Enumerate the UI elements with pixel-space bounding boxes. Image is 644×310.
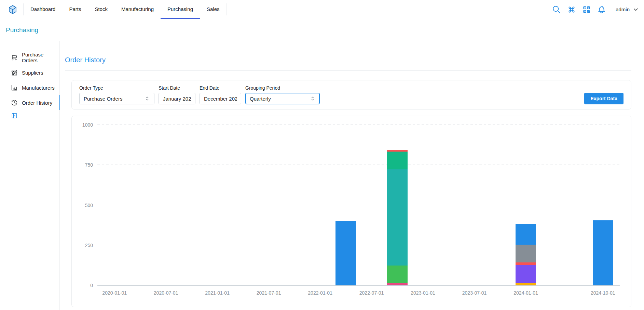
header-actions: admin — [552, 0, 639, 19]
sidebar-item-order-history[interactable]: Order History — [0, 95, 60, 110]
y-axis-tick-label: 0 — [90, 283, 93, 288]
qrcode-icon[interactable] — [582, 5, 591, 14]
top-navbar: DashboardPartsStockManufacturingPurchasi… — [0, 0, 644, 19]
bar-segment[interactable] — [593, 220, 613, 285]
bar-segment[interactable] — [387, 266, 408, 283]
start-date-filter: Start Date — [159, 85, 195, 104]
y-axis-tick-label: 250 — [85, 243, 93, 248]
nav-tab-dashboard[interactable]: Dashboard — [24, 0, 62, 19]
bar-segment[interactable] — [387, 169, 408, 266]
order-type-select[interactable]: Purchase Orders — [79, 93, 154, 104]
end-date-label: End Date — [200, 85, 241, 91]
bar-segment[interactable] — [516, 283, 536, 285]
order-type-filter: Order Type Purchase Orders — [79, 85, 154, 104]
shopping-cart-icon — [11, 54, 18, 61]
sidebar-item-suppliers[interactable]: Suppliers — [0, 65, 60, 80]
bar-segment[interactable] — [516, 262, 536, 265]
nav-tab-stock[interactable]: Stock — [88, 0, 114, 19]
sidebar-item-purchase-orders[interactable]: Purchase Orders — [0, 50, 60, 65]
bar-segment[interactable] — [387, 283, 408, 285]
gridline — [97, 125, 620, 125]
start-date-label: Start Date — [159, 85, 195, 91]
nav-tab-parts[interactable]: Parts — [62, 0, 88, 19]
bar-segment[interactable] — [387, 152, 408, 169]
grouping-period-select[interactable]: Quarterly — [245, 93, 320, 104]
start-date-input[interactable] — [159, 93, 195, 104]
user-menu[interactable]: admin — [616, 6, 639, 13]
x-axis-tick-label: 2023-01-01 — [411, 290, 435, 296]
nav-tab-manufacturing[interactable]: Manufacturing — [114, 0, 161, 19]
bar-segment[interactable] — [387, 150, 408, 152]
sidebar-collapse-icon[interactable] — [11, 112, 18, 119]
sidebar-item-label: Manufacturers — [22, 85, 55, 91]
y-axis-tick-label: 500 — [85, 203, 93, 208]
sidebar-item-label: Order History — [22, 100, 52, 106]
x-axis-tick-label: 2022-01-01 — [308, 290, 332, 296]
end-date-filter: End Date — [200, 85, 241, 104]
end-date-input[interactable] — [200, 93, 241, 104]
sidebar-item-label: Suppliers — [22, 70, 43, 76]
username: admin — [616, 7, 630, 12]
sidebar: Purchase OrdersSuppliersManufacturersOrd… — [0, 41, 60, 310]
sidebar-items: Purchase OrdersSuppliersManufacturersOrd… — [0, 50, 59, 110]
title-divider — [65, 70, 631, 70]
bar-segment[interactable] — [516, 265, 536, 283]
chart-bars-icon — [11, 84, 18, 91]
app-logo-icon[interactable] — [8, 4, 18, 15]
x-axis-tick-label: 2022-07-01 — [359, 290, 384, 296]
main-content: Order History Order Type Purchase Orders… — [60, 41, 644, 310]
nav-divider-right — [227, 3, 227, 15]
y-axis-tick-label: 1000 — [82, 122, 93, 128]
x-axis-tick-label: 2020-07-01 — [154, 290, 178, 296]
history-icon — [11, 99, 18, 106]
x-axis-tick-label: 2021-07-01 — [257, 290, 281, 296]
grouping-period-label: Grouping Period — [245, 85, 320, 91]
order-history-chart: 025050075010002020-01-012020-07-012021-0… — [97, 125, 620, 286]
building-store-icon — [11, 69, 18, 76]
order-history-chart-card: 025050075010002020-01-012020-07-012021-0… — [71, 116, 631, 307]
grouping-period-value: Quarterly — [250, 96, 271, 102]
x-axis-tick-label: 2020-01-01 — [102, 290, 127, 296]
bell-icon[interactable] — [597, 5, 606, 14]
gridline — [97, 245, 620, 245]
page-title: Order History — [65, 56, 631, 64]
gridline — [97, 165, 620, 165]
bar-segment[interactable] — [516, 245, 536, 262]
selector-icon — [145, 96, 150, 101]
nav-tab-purchasing[interactable]: Purchasing — [161, 0, 200, 19]
breadcrumb-bar: Purchasing — [0, 19, 644, 41]
grouping-period-filter: Grouping Period Quarterly — [245, 85, 320, 104]
x-axis-tick-label: 2023-07-01 — [462, 290, 487, 296]
selector-icon — [310, 96, 315, 101]
bar-segment[interactable] — [516, 224, 536, 245]
order-type-label: Order Type — [79, 85, 154, 91]
bar-segment[interactable] — [335, 221, 356, 285]
x-axis-tick-label: 2021-01-01 — [205, 290, 230, 296]
chevron-down-icon — [632, 6, 639, 13]
sidebar-item-manufacturers[interactable]: Manufacturers — [0, 80, 60, 95]
export-data-button[interactable]: Export Data — [584, 93, 624, 104]
main-nav: DashboardPartsStockManufacturingPurchasi… — [24, 0, 227, 19]
sidebar-item-label: Purchase Orders — [22, 52, 59, 63]
gridline — [97, 205, 620, 205]
page-body: Purchase OrdersSuppliersManufacturersOrd… — [0, 41, 644, 310]
breadcrumb[interactable]: Purchasing — [6, 26, 38, 34]
nav-tab-sales[interactable]: Sales — [200, 0, 227, 19]
filter-panel: Order Type Purchase Orders Start Date En… — [71, 80, 631, 109]
y-axis-tick-label: 750 — [85, 162, 93, 168]
bar-segment[interactable] — [387, 285, 408, 285]
order-type-value: Purchase Orders — [84, 96, 122, 102]
x-axis-tick-label: 2024-10-01 — [591, 290, 615, 296]
command-icon[interactable] — [567, 5, 576, 14]
x-axis-tick-label: 2024-01-01 — [513, 290, 538, 296]
search-icon[interactable] — [552, 5, 561, 14]
